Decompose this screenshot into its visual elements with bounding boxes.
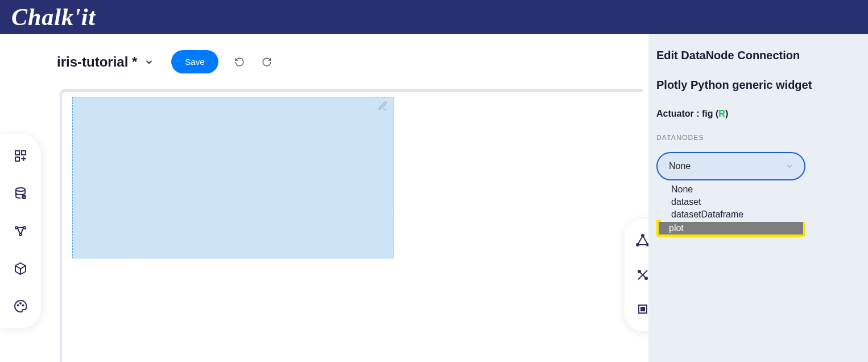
app-header: Chalk'it — [0, 0, 868, 34]
database-icon[interactable] — [13, 186, 28, 201]
actuator-line: Actuator : fig (R) — [656, 109, 858, 119]
left-rail — [0, 134, 41, 328]
svg-rect-0 — [15, 151, 19, 155]
svg-point-11 — [642, 235, 644, 237]
panel-title: Edit DataNode Connection — [656, 48, 858, 63]
undo-button[interactable] — [233, 56, 246, 68]
graph-icon[interactable] — [13, 224, 28, 238]
svg-rect-17 — [641, 307, 644, 311]
svg-rect-2 — [15, 157, 19, 161]
project-title: iris-tutorial * — [57, 54, 137, 70]
plotly-widget-placeholder[interactable] — [72, 97, 394, 258]
dropdown-option-plot[interactable]: plot — [659, 222, 803, 235]
datanodes-select[interactable]: None — [656, 152, 805, 180]
svg-point-10 — [23, 305, 24, 306]
dropdown-option-dataset[interactable]: dataset — [661, 196, 805, 208]
chevron-down-icon — [785, 162, 794, 171]
panel-subtitle: Plotly Python generic widget — [656, 79, 858, 92]
actuator-label: Actuator : — [656, 109, 702, 118]
svg-point-7 — [19, 233, 22, 236]
app-logo: Chalk'it — [11, 3, 96, 31]
package-icon[interactable] — [13, 261, 28, 276]
side-panel: Edit DataNode Connection Plotly Python g… — [648, 34, 868, 362]
actuator-value: fig — [702, 109, 713, 118]
svg-point-9 — [20, 303, 21, 304]
palette-icon[interactable] — [13, 299, 28, 314]
dropdown-option-datasetdataframe[interactable]: datasetDataframe — [661, 208, 805, 221]
datanodes-label: DATANODES — [656, 134, 858, 142]
datanodes-dropdown: None dataset datasetDataframe plot — [656, 220, 805, 237]
grid-icon[interactable] — [13, 149, 28, 163]
svg-rect-1 — [22, 151, 26, 155]
canvas-frame — [60, 89, 643, 362]
svg-point-8 — [18, 305, 19, 306]
redo-button[interactable] — [261, 56, 273, 68]
svg-point-3 — [16, 188, 25, 191]
save-button[interactable]: Save — [171, 50, 218, 73]
actuator-badge: R — [718, 109, 725, 118]
topbar: iris-tutorial * Save — [57, 50, 273, 73]
pencil-icon[interactable] — [378, 101, 389, 112]
dropdown-option-none[interactable]: None — [661, 183, 805, 196]
datanodes-selected: None — [669, 161, 691, 171]
svg-point-13 — [636, 244, 639, 246]
project-menu-toggle[interactable] — [144, 57, 154, 67]
